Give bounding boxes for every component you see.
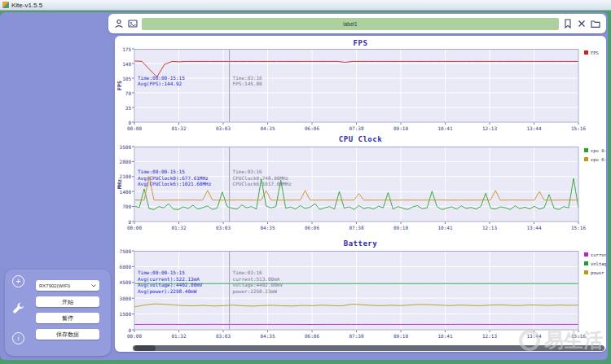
chart-plot-fps[interactable]: 00:0001:3203:0304:3506:0607:3809:1010:41… [115,49,606,134]
svg-text:0: 0 [128,120,131,125]
svg-text:Avg(CPUClock6):1021.60MHz: Avg(CPUClock6):1021.60MHz [138,181,212,187]
svg-text:Time:03:16: Time:03:16 [233,169,263,174]
pause-button[interactable]: 暂停 [36,313,99,323]
svg-text:Avg(FPS):144.92: Avg(FPS):144.92 [138,81,182,87]
svg-text:04:35: 04:35 [260,225,275,230]
bookmark-icon[interactable] [563,19,573,29]
start-button-label: 开始 [62,298,73,306]
folder-icon[interactable] [591,19,600,29]
svg-text:13:44: 13:44 [526,333,541,339]
svg-text:CPUClock6:1017.00MHz: CPUClock6:1017.00MHz [233,181,292,186]
svg-text:CPUClock0:748.00MHz: CPUClock0:748.00MHz [233,175,289,181]
svg-text:15:16: 15:16 [571,225,586,230]
svg-text:03:03: 03:03 [216,225,231,230]
svg-text:0: 0 [128,327,131,333]
app-icon [2,2,9,8]
svg-text:10:41: 10:41 [437,225,452,230]
save-data-button-label: 保存数据 [56,331,79,339]
svg-text:00:00: 00:00 [127,333,142,339]
svg-text:04:35: 04:35 [260,125,275,131]
svg-text:Time:03:16: Time:03:16 [233,75,263,81]
svg-text:35: 35 [125,105,132,111]
svg-text:4500: 4500 [120,279,132,285]
svg-text:00:00: 00:00 [127,125,142,131]
add-icon[interactable]: + [12,275,24,287]
chart-title-cpu-clock: CPU Clock [115,135,606,143]
svg-text:01:32: 01:32 [171,125,186,131]
info-icon[interactable]: i [12,332,24,344]
svg-text:06:06: 06:06 [305,333,319,339]
pause-button-label: 暂停 [62,314,73,322]
svg-text:current:513.00mA: current:513.00mA [233,276,280,282]
svg-text:15:16: 15:16 [571,333,586,339]
svg-text:cpu 0-5: cpu 0-5 [591,148,606,154]
wrench-icon[interactable] [12,301,25,314]
svg-text:power:2258.23mW: power:2258.23mW [233,288,278,295]
svg-text:MHz: MHz [116,179,123,189]
scrollbar-thumb[interactable] [134,345,156,351]
svg-text:Time:00:00-15:15: Time:00:00-15:15 [138,270,185,275]
svg-text:15:16: 15:16 [571,125,586,131]
window-titlebar: Kite-v1.5.5 [0,0,611,11]
svg-text:7500: 7500 [120,248,132,254]
svg-text:12:13: 12:13 [482,225,497,230]
svg-text:01:32: 01:32 [171,333,186,339]
svg-text:01:32: 01:32 [171,225,186,230]
svg-text:07:38: 07:38 [349,225,363,230]
svg-text:0: 0 [128,219,131,225]
chevron-down-icon [91,284,96,287]
svg-text:Time:00:00-15:15: Time:00:00-15:15 [138,169,185,174]
window-title: Kite-v1.5.5 [11,2,42,9]
control-panel: + i RX7902(WIFI) 开始 暂停 保存数据 [5,270,111,356]
label-input[interactable]: label1 [142,18,559,30]
device-select-value: RX7902(WIFI) [39,283,70,288]
svg-text:3000: 3000 [120,296,132,301]
svg-text:06:06: 06:06 [305,125,319,131]
svg-text:3500: 3500 [120,144,132,150]
svg-text:10:41: 10:41 [437,333,452,339]
svg-text:2800: 2800 [120,159,132,164]
chart-plot-cpu-clock[interactable]: 00:0001:3203:0304:3506:0607:3809:1010:41… [115,147,606,233]
svg-text:09:10: 09:10 [393,125,408,131]
top-toolbar: label1 [108,14,606,33]
svg-text:06:06: 06:06 [305,225,319,230]
svg-text:140: 140 [122,61,131,67]
svg-text:105: 105 [122,76,131,81]
chart-title-battery: Battery [115,239,606,248]
chart-card: FPS00:0001:3203:0304:3506:0607:3809:1010… [115,36,606,352]
svg-text:10:41: 10:41 [437,125,452,131]
svg-text:09:10: 09:10 [393,333,408,339]
svg-text:04:35: 04:35 [260,333,275,339]
svg-text:175: 175 [122,46,131,52]
svg-text:07:38: 07:38 [349,333,363,339]
svg-text:FPS: FPS [116,81,123,90]
svg-text:70: 70 [125,90,132,96]
svg-text:current: current [591,252,606,257]
svg-text:03:03: 03:03 [216,333,231,339]
svg-text:Time:00:00-15:15: Time:00:00-15:15 [138,75,185,81]
close-icon[interactable] [577,19,587,29]
svg-text:voltage: voltage [591,261,606,267]
svg-text:6000: 6000 [120,264,132,270]
svg-text:FPS: FPS [591,50,599,55]
device-select[interactable]: RX7902(WIFI) [36,280,99,291]
screenshot-icon[interactable] [128,19,138,29]
svg-text:13:44: 13:44 [526,225,541,230]
save-data-button[interactable]: 保存数据 [36,329,99,340]
svg-text:2100: 2100 [120,173,132,179]
chart-title-fps: FPS [115,39,606,47]
label-text: label1 [343,21,357,27]
svg-text:03:03: 03:03 [216,125,231,131]
start-button[interactable]: 开始 [36,296,99,307]
svg-text:12:13: 12:13 [482,125,497,131]
svg-text:power: power [591,270,604,276]
svg-text:13:44: 13:44 [526,125,541,131]
svg-text:09:10: 09:10 [393,225,408,230]
horizontal-scrollbar[interactable] [133,345,604,351]
svg-text:1500: 1500 [120,311,132,317]
app-background: label1 FPS00:0001:3203:0304:3506:0607:38… [0,12,608,360]
svg-text:12:13: 12:13 [482,333,497,339]
chart-plot-battery[interactable]: 00:0001:3203:0304:3506:0607:3809:1010:41… [115,251,606,341]
user-icon[interactable] [114,19,124,29]
svg-text:cpu 6-7: cpu 6-7 [591,157,606,163]
